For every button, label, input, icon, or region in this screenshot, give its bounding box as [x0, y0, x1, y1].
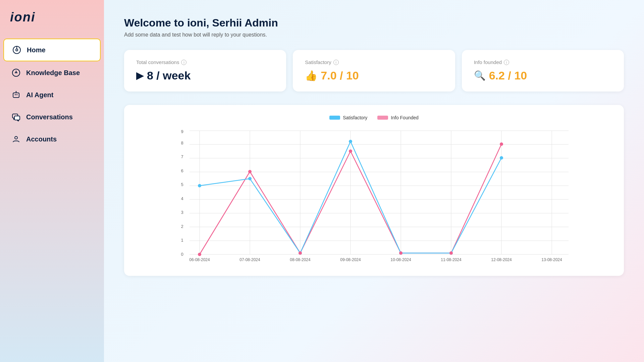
svg-text:09-08-2024: 09-08-2024 [340, 257, 361, 262]
thumb-icon: 👍 [305, 70, 317, 81]
sidebar-item-knowledge-base-label: Knowledge Base [26, 69, 80, 77]
svg-rect-8 [16, 94, 17, 95]
stat-label-info-founded: Info founded i [474, 59, 612, 65]
legend-satisfactory: Satisfactory [329, 115, 367, 120]
sat-dot-0 [198, 184, 201, 187]
stat-label-total-conversations: Total conversations i [136, 59, 274, 65]
sidebar-item-ai-agent[interactable]: AI Agent [3, 84, 101, 106]
sidebar-item-conversations[interactable]: Conversations [3, 106, 101, 128]
search-icon: 🔍 [474, 70, 486, 81]
stat-value-satisfactory: 👍 7.0 / 10 [305, 69, 443, 82]
inf-dot-1 [248, 170, 252, 173]
page-title: Welcome to ioni, Serhii Admin [124, 17, 624, 29]
svg-text:4: 4 [181, 196, 183, 201]
stat-card-info-founded: Info founded i 🔍 6.2 / 10 [462, 50, 624, 92]
svg-rect-6 [13, 93, 19, 98]
sidebar-item-ai-agent-label: AI Agent [26, 91, 53, 99]
legend-info-founded: Info Founded [377, 115, 419, 120]
svg-text:2: 2 [181, 224, 183, 229]
svg-text:3: 3 [181, 210, 183, 215]
svg-rect-12 [14, 116, 20, 120]
stat-value-info-founded: 🔍 6.2 / 10 [474, 69, 612, 82]
chart-container: Satisfactory Info Founded 0 1 2 3 4 5 6 [124, 105, 624, 276]
stat-card-total-conversations: Total conversations i ▶ 8 / week [124, 50, 286, 92]
logo: ioni [0, 10, 104, 38]
svg-point-13 [15, 136, 17, 139]
inf-dot-4 [399, 251, 402, 255]
stat-cards: Total conversations i ▶ 8 / week Satisfa… [124, 50, 624, 92]
svg-text:9: 9 [181, 129, 183, 134]
svg-text:13-08-2024: 13-08-2024 [541, 257, 562, 262]
sidebar-item-conversations-label: Conversations [26, 113, 73, 121]
svg-text:11-08-2024: 11-08-2024 [441, 257, 462, 262]
legend-color-pink [377, 116, 388, 120]
sidebar-item-accounts[interactable]: Accounts [3, 128, 101, 150]
svg-text:1: 1 [181, 238, 183, 243]
svg-text:5: 5 [181, 182, 183, 187]
sat-dot-6 [500, 156, 503, 160]
info-icon-info-founded[interactable]: i [504, 60, 509, 65]
stat-card-satisfactory: Satisfactory i 👍 7.0 / 10 [293, 50, 455, 92]
svg-text:06-08-2024: 06-08-2024 [189, 257, 210, 262]
page-subtitle: Add some data and test how bot will repl… [124, 32, 624, 38]
sat-dot-3 [349, 140, 352, 143]
sidebar-item-home-label: Home [27, 46, 46, 54]
nav: Home Knowledge Base [0, 38, 104, 150]
svg-text:07-08-2024: 07-08-2024 [239, 257, 260, 262]
inf-dot-5 [449, 251, 453, 255]
inf-dot-2 [299, 251, 302, 255]
arrow-icon: ▶ [136, 70, 144, 81]
sidebar-item-accounts-label: Accounts [26, 135, 57, 143]
chart-legend: Satisfactory Info Founded [134, 115, 614, 120]
sidebar: ioni Home Knowledge Base [0, 0, 104, 362]
svg-text:7: 7 [181, 154, 183, 159]
home-icon [12, 45, 21, 55]
svg-text:0: 0 [181, 252, 183, 257]
legend-color-blue [329, 116, 340, 120]
inf-dot-0 [198, 253, 201, 256]
conversations-icon [11, 112, 21, 122]
chart-svg: 0 1 2 3 4 5 6 7 8 9 [134, 127, 614, 268]
inf-dot-3 [349, 149, 352, 153]
svg-text:08-08-2024: 08-08-2024 [290, 257, 311, 262]
legend-label-info-founded: Info Founded [391, 115, 419, 120]
inf-dot-6 [500, 142, 503, 146]
stat-label-satisfactory: Satisfactory i [305, 59, 443, 65]
legend-label-satisfactory: Satisfactory [343, 115, 367, 120]
sidebar-item-home[interactable]: Home [3, 39, 101, 61]
svg-text:8: 8 [181, 140, 183, 145]
svg-rect-7 [15, 94, 16, 95]
svg-point-1 [16, 49, 18, 51]
svg-point-10 [16, 91, 17, 92]
svg-text:12-08-2024: 12-08-2024 [491, 257, 512, 262]
knowledge-base-icon [11, 68, 21, 77]
main-content: Welcome to ioni, Serhii Admin Add some d… [104, 0, 644, 362]
ai-agent-icon [11, 90, 21, 100]
stat-value-total-conversations: ▶ 8 / week [136, 69, 274, 82]
sat-dot-1 [248, 177, 252, 180]
info-icon-total[interactable]: i [181, 60, 186, 65]
svg-text:10-08-2024: 10-08-2024 [390, 257, 411, 262]
svg-text:6: 6 [181, 168, 183, 173]
sidebar-item-knowledge-base[interactable]: Knowledge Base [3, 62, 101, 83]
accounts-icon [11, 134, 21, 144]
info-icon-satisfactory[interactable]: i [333, 60, 339, 65]
